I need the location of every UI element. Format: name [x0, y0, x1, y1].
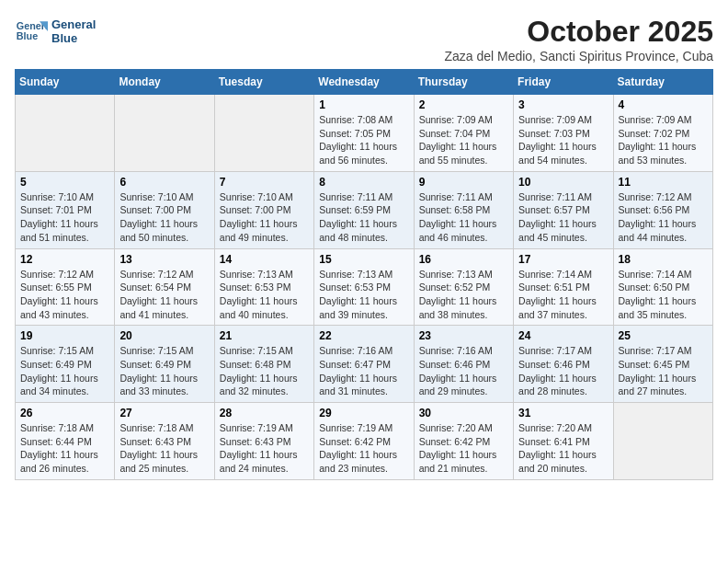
calendar-cell: 24Sunrise: 7:17 AM Sunset: 6:46 PM Dayli…	[514, 326, 613, 403]
weekday-header-row: SundayMondayTuesdayWednesdayThursdayFrid…	[16, 70, 713, 95]
calendar-cell	[16, 95, 115, 172]
day-info: Sunrise: 7:20 AM Sunset: 6:41 PM Dayligh…	[518, 421, 608, 476]
day-info: Sunrise: 7:12 AM Sunset: 6:56 PM Dayligh…	[619, 190, 708, 245]
day-info: Sunrise: 7:15 AM Sunset: 6:48 PM Dayligh…	[220, 344, 309, 398]
day-number: 10	[518, 176, 608, 189]
calendar-cell	[115, 95, 214, 172]
calendar-cell: 31Sunrise: 7:20 AM Sunset: 6:41 PM Dayli…	[514, 403, 613, 480]
day-number: 29	[319, 407, 408, 419]
day-info: Sunrise: 7:13 AM Sunset: 6:53 PM Dayligh…	[319, 268, 408, 322]
day-number: 7	[220, 176, 309, 189]
calendar-cell: 2Sunrise: 7:09 AM Sunset: 7:04 PM Daylig…	[414, 95, 513, 172]
calendar-cell: 15Sunrise: 7:13 AM Sunset: 6:53 PM Dayli…	[314, 248, 414, 326]
day-info: Sunrise: 7:18 AM Sunset: 6:43 PM Dayligh…	[119, 421, 209, 476]
day-number: 12	[20, 253, 109, 266]
day-number: 27	[119, 407, 209, 419]
calendar-cell: 18Sunrise: 7:14 AM Sunset: 6:50 PM Dayli…	[613, 248, 712, 326]
week-row-3: 12Sunrise: 7:12 AM Sunset: 6:55 PM Dayli…	[16, 248, 713, 326]
day-info: Sunrise: 7:15 AM Sunset: 6:49 PM Dayligh…	[119, 344, 209, 398]
location-subtitle: Zaza del Medio, Sancti Spiritus Province…	[444, 49, 713, 63]
weekday-header-friday: Friday	[514, 70, 613, 95]
day-number: 22	[319, 329, 408, 342]
calendar-cell: 5Sunrise: 7:10 AM Sunset: 7:01 PM Daylig…	[16, 171, 115, 248]
day-number: 17	[518, 253, 608, 266]
calendar-cell: 27Sunrise: 7:18 AM Sunset: 6:43 PM Dayli…	[115, 403, 214, 480]
svg-text:Blue: Blue	[17, 30, 38, 41]
calendar-cell: 9Sunrise: 7:11 AM Sunset: 6:58 PM Daylig…	[414, 171, 513, 248]
day-info: Sunrise: 7:17 AM Sunset: 6:46 PM Dayligh…	[518, 344, 608, 398]
calendar-cell: 17Sunrise: 7:14 AM Sunset: 6:51 PM Dayli…	[514, 248, 613, 326]
day-info: Sunrise: 7:16 AM Sunset: 6:47 PM Dayligh…	[319, 344, 408, 398]
calendar-cell: 22Sunrise: 7:16 AM Sunset: 6:47 PM Dayli…	[314, 326, 414, 403]
weekday-header-sunday: Sunday	[16, 70, 115, 95]
header: General Blue General Blue October 2025 Z…	[15, 15, 713, 63]
calendar-cell: 10Sunrise: 7:11 AM Sunset: 6:57 PM Dayli…	[514, 171, 613, 248]
day-number: 21	[220, 329, 309, 342]
calendar-cell: 19Sunrise: 7:15 AM Sunset: 6:49 PM Dayli…	[16, 326, 115, 403]
day-info: Sunrise: 7:19 AM Sunset: 6:42 PM Dayligh…	[319, 421, 408, 476]
day-info: Sunrise: 7:09 AM Sunset: 7:03 PM Dayligh…	[518, 113, 608, 167]
calendar-cell: 21Sunrise: 7:15 AM Sunset: 6:48 PM Dayli…	[214, 326, 313, 403]
day-number: 8	[319, 176, 408, 189]
day-number: 20	[119, 329, 209, 342]
calendar-cell: 25Sunrise: 7:17 AM Sunset: 6:45 PM Dayli…	[613, 326, 712, 403]
calendar-cell: 11Sunrise: 7:12 AM Sunset: 6:56 PM Dayli…	[613, 171, 712, 248]
logo-icon: General Blue	[15, 15, 48, 48]
day-number: 23	[419, 329, 508, 342]
weekday-header-thursday: Thursday	[414, 70, 513, 95]
day-info: Sunrise: 7:14 AM Sunset: 6:50 PM Dayligh…	[619, 268, 708, 322]
day-info: Sunrise: 7:09 AM Sunset: 7:02 PM Dayligh…	[619, 113, 708, 167]
calendar-cell: 7Sunrise: 7:10 AM Sunset: 7:00 PM Daylig…	[214, 171, 313, 248]
logo-text-blue: Blue	[51, 31, 77, 45]
weekday-header-wednesday: Wednesday	[314, 70, 414, 95]
day-info: Sunrise: 7:18 AM Sunset: 6:44 PM Dayligh…	[20, 421, 109, 476]
day-info: Sunrise: 7:20 AM Sunset: 6:42 PM Dayligh…	[419, 421, 508, 476]
calendar-body: 1Sunrise: 7:08 AM Sunset: 7:05 PM Daylig…	[16, 95, 713, 480]
day-info: Sunrise: 7:12 AM Sunset: 6:55 PM Dayligh…	[20, 268, 109, 322]
calendar-cell: 1Sunrise: 7:08 AM Sunset: 7:05 PM Daylig…	[314, 95, 414, 172]
day-number: 1	[319, 98, 408, 111]
calendar-cell: 13Sunrise: 7:12 AM Sunset: 6:54 PM Dayli…	[115, 248, 214, 326]
day-number: 30	[419, 407, 508, 419]
day-number: 2	[419, 98, 508, 111]
calendar-table: SundayMondayTuesdayWednesdayThursdayFrid…	[15, 69, 713, 480]
calendar-cell: 16Sunrise: 7:13 AM Sunset: 6:52 PM Dayli…	[414, 248, 513, 326]
day-info: Sunrise: 7:11 AM Sunset: 6:59 PM Dayligh…	[319, 190, 408, 245]
day-info: Sunrise: 7:12 AM Sunset: 6:54 PM Dayligh…	[119, 268, 209, 322]
logo-text-general: General	[51, 17, 96, 31]
calendar-cell: 8Sunrise: 7:11 AM Sunset: 6:59 PM Daylig…	[314, 171, 414, 248]
weekday-header-tuesday: Tuesday	[214, 70, 313, 95]
day-number: 26	[20, 407, 109, 419]
week-row-1: 1Sunrise: 7:08 AM Sunset: 7:05 PM Daylig…	[16, 95, 713, 172]
day-number: 4	[619, 98, 708, 111]
day-info: Sunrise: 7:09 AM Sunset: 7:04 PM Dayligh…	[419, 113, 508, 167]
calendar-cell: 29Sunrise: 7:19 AM Sunset: 6:42 PM Dayli…	[314, 403, 414, 480]
calendar-header: SundayMondayTuesdayWednesdayThursdayFrid…	[16, 70, 713, 95]
day-number: 28	[220, 407, 309, 419]
day-info: Sunrise: 7:16 AM Sunset: 6:46 PM Dayligh…	[419, 344, 508, 398]
calendar-cell: 26Sunrise: 7:18 AM Sunset: 6:44 PM Dayli…	[16, 403, 115, 480]
day-info: Sunrise: 7:10 AM Sunset: 7:00 PM Dayligh…	[220, 190, 309, 245]
calendar-cell: 14Sunrise: 7:13 AM Sunset: 6:53 PM Dayli…	[214, 248, 313, 326]
day-info: Sunrise: 7:10 AM Sunset: 7:00 PM Dayligh…	[119, 190, 209, 245]
day-info: Sunrise: 7:15 AM Sunset: 6:49 PM Dayligh…	[20, 344, 109, 398]
title-area: October 2025 Zaza del Medio, Sancti Spir…	[444, 15, 713, 63]
day-number: 11	[619, 176, 708, 189]
calendar-cell: 3Sunrise: 7:09 AM Sunset: 7:03 PM Daylig…	[514, 95, 613, 172]
day-info: Sunrise: 7:10 AM Sunset: 7:01 PM Dayligh…	[20, 190, 109, 245]
day-number: 9	[419, 176, 508, 189]
weekday-header-saturday: Saturday	[613, 70, 712, 95]
day-number: 25	[619, 329, 708, 342]
calendar-cell: 30Sunrise: 7:20 AM Sunset: 6:42 PM Dayli…	[414, 403, 513, 480]
calendar-cell: 23Sunrise: 7:16 AM Sunset: 6:46 PM Dayli…	[414, 326, 513, 403]
calendar-cell: 12Sunrise: 7:12 AM Sunset: 6:55 PM Dayli…	[16, 248, 115, 326]
logo: General Blue General Blue	[15, 15, 96, 48]
calendar-cell	[214, 95, 313, 172]
day-number: 3	[518, 98, 608, 111]
day-info: Sunrise: 7:13 AM Sunset: 6:53 PM Dayligh…	[220, 268, 309, 322]
calendar-cell	[613, 403, 712, 480]
week-row-2: 5Sunrise: 7:10 AM Sunset: 7:01 PM Daylig…	[16, 171, 713, 248]
day-number: 19	[20, 329, 109, 342]
calendar-cell: 6Sunrise: 7:10 AM Sunset: 7:00 PM Daylig…	[115, 171, 214, 248]
day-number: 15	[319, 253, 408, 266]
